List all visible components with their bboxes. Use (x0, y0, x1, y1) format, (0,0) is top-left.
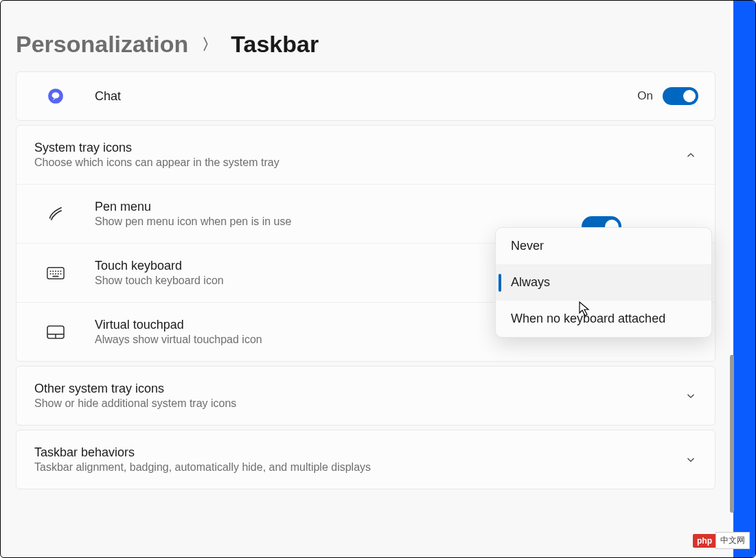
cursor-icon (578, 301, 592, 317)
breadcrumb: Personalization 〉 Taskbar (16, 31, 715, 58)
taskbar-behaviors-section[interactable]: Taskbar behaviors Taskbar alignment, bad… (16, 430, 715, 489)
svg-rect-13 (52, 275, 58, 277)
svg-point-12 (60, 272, 61, 274)
svg-point-9 (52, 272, 54, 274)
svg-point-6 (58, 270, 59, 272)
other-tray-title: Other system tray icons (34, 382, 685, 396)
svg-point-7 (60, 270, 61, 272)
taskbar-item-chat: Chat On (16, 71, 715, 121)
system-tray-header[interactable]: System tray icons Choose which icons can… (16, 126, 715, 184)
keyboard-icon (47, 264, 65, 282)
system-tray-title: System tray icons (34, 141, 685, 155)
watermark: php 中⽂⽹ (693, 532, 750, 549)
svg-point-5 (55, 270, 56, 272)
other-tray-section[interactable]: Other system tray icons Show or hide add… (16, 366, 715, 426)
chat-icon (47, 87, 65, 105)
chat-state-label: On (637, 89, 653, 103)
touchpad-icon (47, 323, 65, 341)
behaviors-title: Taskbar behaviors (34, 445, 685, 460)
svg-point-4 (52, 270, 54, 272)
dropdown-option-when-no-keyboard[interactable]: When no keyboard attached (496, 301, 711, 337)
chevron-down-icon (685, 454, 697, 466)
watermark-right: 中⽂⽹ (715, 532, 750, 549)
behaviors-sub: Taskbar alignment, badging, automaticall… (34, 461, 685, 474)
chevron-right-icon: 〉 (202, 34, 217, 55)
chevron-down-icon (685, 390, 697, 402)
chat-toggle[interactable] (663, 87, 698, 105)
svg-point-11 (58, 272, 59, 274)
svg-point-8 (50, 272, 51, 274)
system-tray-sub: Choose which icons can appear in the sys… (34, 156, 685, 169)
watermark-left: php (693, 534, 716, 548)
breadcrumb-parent[interactable]: Personalization (16, 31, 188, 58)
pen-menu-title: Pen menu (95, 200, 698, 214)
touch-keyboard-dropdown: Never Always When no keyboard attached (495, 227, 712, 338)
svg-point-3 (50, 270, 51, 272)
chat-label: Chat (95, 89, 637, 104)
svg-point-10 (55, 272, 56, 274)
pen-icon (47, 205, 65, 223)
other-tray-sub: Show or hide additional system tray icon… (34, 397, 685, 410)
window-right-edge (731, 1, 755, 557)
breadcrumb-current: Taskbar (231, 31, 319, 58)
dropdown-option-always[interactable]: Always (496, 264, 711, 301)
dropdown-option-never[interactable]: Never (496, 228, 711, 264)
chevron-up-icon (685, 149, 697, 161)
svg-point-1 (52, 93, 60, 99)
